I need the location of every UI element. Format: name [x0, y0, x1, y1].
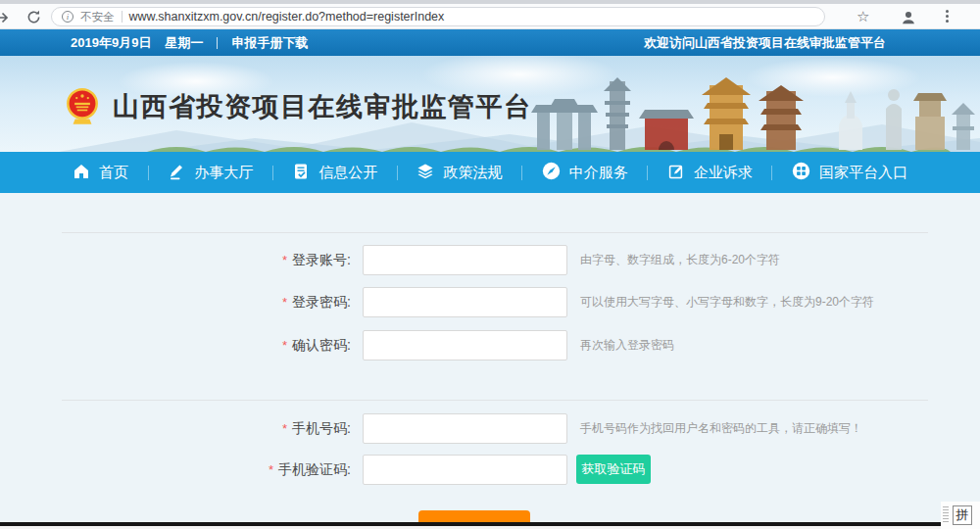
layers-icon	[416, 163, 434, 183]
form-divider	[62, 400, 928, 401]
edit-square-icon	[667, 163, 685, 183]
nav-item-home[interactable]: 首页	[73, 163, 128, 183]
nav-separator	[521, 166, 522, 180]
phone-number-row: *手机号码: 手机号码作为找回用户名和密码的工具，请正确填写！	[0, 413, 980, 445]
nav-label: 中介服务	[569, 164, 628, 182]
nav-label: 信息公开	[318, 164, 377, 182]
confirm-password-row: *确认密码: 再次输入登录密码	[0, 330, 980, 361]
required-mark: *	[282, 421, 287, 436]
nav-item-enterprise-appeal[interactable]: 企业诉求	[667, 163, 753, 183]
manual-download-link[interactable]: 申报手册下载	[231, 34, 308, 52]
login-password-hint: 可以使用大写字母、小写字母和数字，长度为9-20个字符	[580, 287, 874, 317]
nav-item-service-hall[interactable]: 办事大厅	[168, 163, 253, 183]
sms-code-input[interactable]	[363, 455, 567, 485]
ime-toolbar: 拼	[941, 502, 980, 529]
nav-label: 办事大厅	[194, 164, 253, 182]
pencil-icon	[168, 163, 185, 183]
welcome-text: 欢迎访问山西省投资项目在线审批监管平台	[644, 34, 909, 52]
nav-label: 首页	[99, 164, 128, 182]
login-account-label: 登录账号:	[292, 252, 351, 267]
sms-code-row: *手机验证码: 获取验证码	[0, 455, 980, 486]
required-mark: *	[282, 338, 287, 353]
site-brand: 山西省投资项目在线审批监管平台	[63, 86, 532, 127]
bookmark-star-icon[interactable]: ☆	[857, 8, 869, 25]
national-emblem-logo	[63, 86, 102, 127]
confirm-password-hint: 再次输入登录密码	[580, 330, 674, 361]
site-title: 山西省投资项目在线审批监管平台	[113, 89, 532, 124]
nav-separator	[647, 166, 648, 180]
omnibox-separator	[122, 11, 122, 23]
nav-item-policies[interactable]: 政策法规	[416, 163, 502, 183]
phone-number-input[interactable]	[363, 413, 567, 444]
nav-item-national-platform[interactable]: 国家平台入口	[792, 162, 907, 183]
login-account-hint: 由字母、数字组成，长度为6-20个字符	[580, 245, 780, 275]
nav-label: 国家平台入口	[819, 164, 907, 182]
date-text: 2019年9月9日	[71, 34, 151, 52]
login-account-input[interactable]	[363, 245, 567, 275]
login-account-row: *登录账号: 由字母、数字组成，长度为6-20个字符	[0, 245, 980, 276]
phone-number-label: 手机号码:	[292, 420, 351, 436]
home-icon	[73, 163, 90, 183]
page-info-icon[interactable]: i	[62, 11, 74, 23]
nav-item-info-disclosure[interactable]: 信息公开	[292, 163, 377, 183]
top-info-bar: 2019年9月9日 星期一 申报手册下载 欢迎访问山西省投资项目在线审批监管平台	[0, 29, 980, 56]
topbar-left: 2019年9月9日 星期一 申报手册下载	[71, 34, 308, 52]
nav-separator	[397, 166, 398, 180]
screen: i 不安全 www.shanxitzxm.gov.cn/register.do?…	[0, 0, 980, 529]
get-sms-code-button[interactable]: 获取验证码	[576, 455, 651, 484]
browser-menu-icon[interactable]	[943, 8, 951, 24]
ime-pinyin-indicator[interactable]: 拼	[953, 505, 972, 525]
document-check-icon	[292, 163, 310, 183]
topbar-divider	[217, 37, 218, 49]
nav-separator	[771, 166, 772, 180]
required-mark: *	[282, 253, 287, 267]
site-header: 山西省投资项目在线审批监管平台	[0, 56, 980, 152]
insecure-label: 不安全	[80, 10, 115, 24]
address-bar[interactable]: i 不安全 www.shanxitzxm.gov.cn/register.do?…	[51, 7, 825, 26]
grid-circle-icon	[792, 162, 810, 183]
nav-label: 政策法规	[443, 164, 502, 182]
sms-code-label: 手机验证码:	[278, 461, 351, 477]
compass-icon	[542, 162, 561, 183]
confirm-password-input[interactable]	[363, 330, 567, 361]
browser-toolbar: i 不安全 www.shanxitzxm.gov.cn/register.do?…	[0, 4, 980, 29]
ime-drag-handle[interactable]	[943, 506, 949, 524]
nav-item-intermediary[interactable]: 中介服务	[542, 162, 628, 183]
nav-separator	[148, 166, 149, 180]
nav-label: 企业诉求	[694, 164, 753, 182]
reload-icon[interactable]	[25, 9, 42, 29]
nav-separator	[272, 166, 273, 180]
forward-icon[interactable]	[0, 9, 11, 30]
url-text: www.shanxitzxm.gov.cn/register.do?method…	[129, 10, 445, 24]
login-password-label: 登录密码:	[292, 294, 351, 310]
form-divider	[62, 232, 928, 233]
login-password-row: *登录密码: 可以使用大写字母、小写字母和数字，长度为9-20个字符	[0, 287, 980, 318]
confirm-password-label: 确认密码:	[292, 337, 351, 353]
phone-number-hint: 手机号码作为找回用户名和密码的工具，请正确填写！	[580, 413, 862, 444]
profile-avatar-icon[interactable]	[900, 9, 917, 30]
login-password-input[interactable]	[363, 287, 567, 317]
required-mark: *	[269, 462, 273, 477]
main-nav: 首页 办事大厅 信息公开 政策法规 中介服务	[0, 152, 980, 193]
required-mark: *	[282, 295, 287, 310]
weekday-text: 星期一	[165, 34, 203, 52]
